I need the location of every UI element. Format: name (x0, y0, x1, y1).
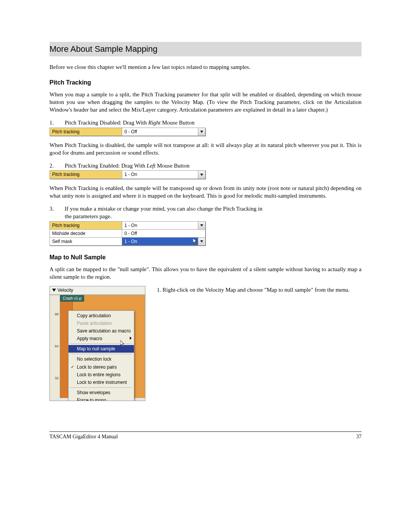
list-text: If you make a mistake or change your min… (65, 205, 362, 220)
menu-separator (70, 354, 132, 354)
step-text: 1. Right-click on the Velocity Map and c… (157, 286, 350, 401)
pitch-para-2: When Pitch Tracking is disabled, the sam… (49, 141, 362, 157)
dropdown-arrow-icon[interactable] (198, 238, 205, 245)
dropdown-arrow-icon[interactable] (198, 171, 205, 178)
list-text: Pitch Tracking Disabled: Drag With Right… (65, 119, 362, 126)
velocity-scale: 96 64 32 (50, 295, 60, 398)
param-label: Pitch tracking (50, 171, 122, 178)
list-item-3: 3. If you make a mistake or change your … (49, 205, 362, 220)
figure-row: Velocity 96 64 32 Crash v1-p Copy articu… (49, 286, 362, 401)
param-value-select[interactable]: 1 - On (122, 222, 205, 229)
menu-apply-macro[interactable]: Apply macro (68, 335, 134, 342)
footer-title: TASCAM GigaEditor 4 Manual (49, 433, 118, 441)
section-heading: More About Sample Mapping (49, 42, 362, 56)
svg-marker-2 (200, 224, 203, 227)
collapse-triangle-icon (52, 289, 56, 292)
list-number: 1. (49, 119, 65, 126)
velocity-header[interactable]: Velocity (50, 286, 145, 294)
list-text: Pitch Tracking Enabled: Drag With Left M… (65, 162, 362, 169)
list-number: 2. (49, 162, 65, 169)
dropdown-arrow-icon[interactable] (198, 222, 205, 229)
cursor-icon (193, 238, 198, 245)
list-item-1: 1. Pitch Tracking Disabled: Drag With Ri… (49, 119, 362, 126)
list-item-2: 2. Pitch Tracking Enabled: Drag With Lef… (49, 162, 362, 169)
menu-save-articulation-macro[interactable]: Save articulation as macro (68, 327, 134, 335)
intro-paragraph: Before we close this chapter we'll menti… (49, 63, 362, 71)
svg-marker-3 (200, 240, 203, 243)
menu-force-to-mono[interactable]: Force to mono (68, 396, 134, 401)
param-label: Pitch tracking (50, 128, 122, 136)
param-label: Mid/side decode (50, 230, 122, 237)
menu-no-selection-lock[interactable]: No selection lock (68, 355, 134, 363)
velocity-title: Velocity (57, 287, 73, 293)
menu-lock-stereo-pairs[interactable]: Lock to stereo pairs (68, 363, 134, 371)
dropdown-arrow-icon[interactable] (198, 128, 205, 136)
svg-marker-4 (193, 238, 197, 244)
param-value-selected[interactable]: 1 - On (122, 238, 205, 245)
pitch-para-1: When you map a sample to a split, the Pi… (49, 91, 362, 114)
sample-name-tab[interactable]: Crash v1-p (60, 295, 84, 302)
svg-marker-1 (200, 174, 203, 176)
menu-copy-articulation[interactable]: Copy articulation (68, 312, 134, 320)
pitch-tracking-subhead: Pitch Tracking (49, 78, 362, 87)
pitch-para-3: When Pitch Tracking is enabled, the samp… (49, 184, 362, 200)
page-number: 37 (356, 433, 362, 441)
param-value-select[interactable]: 1 - On (122, 171, 205, 178)
menu-separator (70, 343, 132, 344)
menu-lock-entire-regions[interactable]: Lock to entire regions (68, 371, 134, 379)
list-number: 3. (49, 205, 65, 220)
param-value-select[interactable]: 0 - Off (122, 128, 205, 136)
page-footer: TASCAM GigaEditor 4 Manual 37 (49, 431, 362, 441)
param-label: Self mask (50, 238, 122, 245)
menu-map-to-null-sample[interactable]: Map to null sample (68, 345, 134, 353)
menu-show-envelopes[interactable]: Show envelopes (68, 389, 134, 396)
parameters-panel: Pitch tracking 1 - On Mid/side decode 0 … (49, 221, 206, 246)
menu-paste-articulation: Paste articulation (68, 320, 134, 327)
param-value[interactable]: 0 - Off (122, 230, 205, 237)
velocity-map-figure: Velocity 96 64 32 Crash v1-p Copy articu… (49, 286, 145, 401)
svg-marker-5 (52, 289, 56, 292)
null-sample-para: A split can be mapped to the "null sampl… (49, 265, 362, 281)
pitch-tracking-dropdown-off: Pitch tracking 0 - Off (49, 128, 206, 136)
menu-separator (70, 387, 132, 388)
pitch-tracking-dropdown-on: Pitch tracking 1 - On (49, 170, 206, 179)
manual-page: More About Sample Mapping Before we clos… (0, 0, 411, 456)
context-menu: Copy articulation Paste articulation Sav… (68, 310, 134, 401)
menu-lock-entire-instrument[interactable]: Lock to entire instrument (68, 379, 134, 386)
null-sample-subhead: Map to Null Sample (49, 253, 362, 262)
svg-marker-0 (200, 131, 203, 133)
param-label: Pitch tracking (50, 222, 122, 229)
